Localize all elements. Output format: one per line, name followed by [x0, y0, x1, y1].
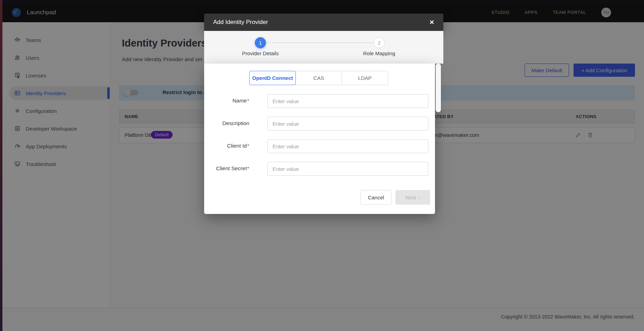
cancel-button[interactable]: Cancel: [360, 190, 392, 205]
client-secret-field-label: Client Secret*: [204, 165, 249, 172]
tab-ldap[interactable]: LDAP: [342, 71, 388, 85]
step-2-circle: 2: [374, 37, 385, 48]
modal-body: OpenID Connect CAS LDAP Name* Descriptio…: [204, 64, 435, 214]
step-1-label: Provider Details: [226, 50, 295, 56]
modal-scrollbar-thumb[interactable]: [436, 64, 441, 112]
chevron-right-icon: ›: [418, 195, 420, 200]
tab-cas[interactable]: CAS: [295, 71, 342, 85]
client-id-field[interactable]: [267, 139, 428, 153]
client-id-field-label: Client Id*: [204, 143, 249, 149]
next-button[interactable]: Next›: [395, 190, 430, 205]
description-field-label: Description*: [204, 120, 249, 126]
name-field[interactable]: [267, 94, 428, 108]
name-field-label: Name*: [204, 98, 249, 104]
stepper-connector: [266, 42, 374, 43]
client-secret-field[interactable]: [267, 162, 428, 176]
wizard-stepper: 1 2 Provider Details Role Mapping: [204, 31, 443, 64]
provider-type-tabs: OpenID Connect CAS LDAP: [249, 71, 388, 85]
description-field[interactable]: [267, 117, 428, 131]
tab-openid-connect[interactable]: OpenID Connect: [249, 71, 296, 85]
modal-header: Add Identity Provider ✕: [204, 14, 443, 31]
modal-title: Add Identity Provider: [213, 19, 268, 26]
step-2-label: Role Mapping: [344, 50, 414, 56]
close-icon[interactable]: ✕: [429, 19, 434, 26]
step-1-circle: 1: [255, 37, 266, 48]
